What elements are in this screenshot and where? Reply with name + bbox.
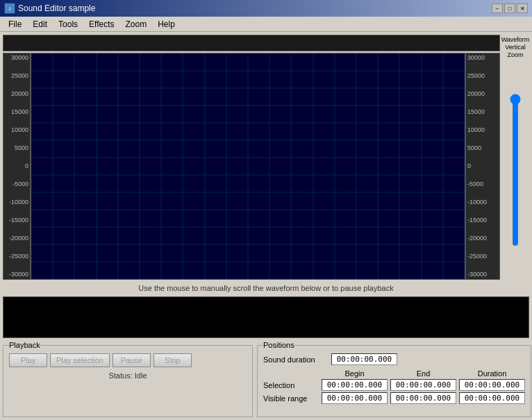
waveform-top-strip	[3, 35, 500, 51]
axis-label: 30000	[467, 55, 485, 61]
waveform-grid[interactable]	[31, 53, 465, 280]
minimize-button[interactable]: −	[492, 3, 503, 13]
sound-duration-label: Sound duration	[263, 355, 326, 364]
axis-label: 0	[467, 163, 471, 169]
mini-waveform[interactable]	[3, 296, 529, 338]
selection-end: 00:00:00.000	[390, 379, 456, 391]
window-controls: − □ ✕	[492, 3, 528, 13]
menu-zoom[interactable]: Zoom	[120, 18, 153, 31]
menu-help[interactable]: Help	[152, 18, 181, 31]
menu-bar: File Edit Tools Effects Zoom Help	[0, 17, 532, 32]
status-label: Status:	[108, 371, 132, 380]
axis-label: -25000	[9, 253, 28, 260]
axis-label: -15000	[467, 217, 487, 224]
playback-buttons: Play Play selection Pause Stop	[9, 353, 247, 367]
axis-label: -5000	[13, 181, 28, 187]
axis-label: -30000	[9, 271, 28, 278]
play-selection-button[interactable]: Play selection	[50, 353, 110, 367]
axis-label: -25000	[467, 253, 487, 260]
play-button[interactable]: Play	[9, 353, 47, 367]
axis-label: 15000	[467, 109, 485, 115]
maximize-button[interactable]: □	[504, 3, 515, 13]
menu-effects[interactable]: Effects	[83, 18, 119, 31]
vertical-zoom-panel: Waveform Vertical Zoom	[501, 35, 529, 280]
visible-range-duration: 00:00:00.000	[459, 392, 525, 404]
axis-label: 5000	[15, 145, 28, 151]
axis-label: 0	[25, 163, 28, 169]
visible-range-begin: 00:00:00.000	[322, 392, 388, 404]
sound-duration-row: Sound duration 00:00:00.000	[263, 353, 525, 365]
vertical-zoom-slider[interactable]	[510, 94, 521, 246]
axis-label: 20000	[467, 91, 485, 97]
playback-panel: Playback Play Play selection Pause Stop …	[3, 341, 253, 417]
waveform-main: 30000 25000 20000 15000 10000 5000 0 -50…	[3, 35, 500, 280]
scroll-hint: Use the mouse to manually scroll the wav…	[3, 283, 529, 294]
axis-label: -5000	[467, 181, 483, 187]
axis-label: 25000	[11, 73, 28, 79]
header-end: End	[390, 369, 456, 378]
header-spacer	[263, 369, 319, 378]
visible-range-end: 00:00:00.000	[390, 392, 456, 404]
close-button[interactable]: ✕	[517, 3, 528, 13]
menu-edit[interactable]: Edit	[27, 18, 53, 31]
axis-label: -10000	[467, 199, 487, 205]
header-duration: Duration	[459, 369, 525, 378]
positions-header: Begin End Duration	[263, 369, 525, 378]
title-bar: ♪ Sound Editor sample − □ ✕	[0, 0, 532, 17]
zoom-slider-container[interactable]	[510, 61, 521, 278]
zoom-label: Waveform Vertical Zoom	[501, 36, 530, 58]
axis-label: -20000	[9, 235, 28, 242]
app-icon: ♪	[4, 3, 15, 14]
pause-button[interactable]: Pause	[113, 353, 151, 367]
window-title: Sound Editor sample	[18, 3, 492, 13]
header-begin: Begin	[322, 369, 388, 378]
axis-label: 20000	[11, 91, 28, 97]
bottom-panels: Playback Play Play selection Pause Stop …	[3, 341, 529, 417]
axis-label: -20000	[467, 235, 487, 242]
right-axis: 30000 25000 20000 15000 10000 5000 0 -50…	[465, 53, 500, 280]
menu-tools[interactable]: Tools	[53, 18, 83, 31]
axis-label: 5000	[467, 145, 481, 151]
positions-legend: Positions	[263, 341, 294, 349]
axis-label: 10000	[11, 127, 28, 133]
visible-range-label: Visible range	[263, 394, 319, 403]
sound-duration-value: 00:00:00.000	[331, 353, 397, 365]
status-value: Idle	[135, 371, 147, 380]
axis-label: 25000	[467, 73, 485, 79]
stop-button[interactable]: Stop	[153, 353, 192, 367]
axis-label: -15000	[9, 217, 28, 224]
waveform-canvas-wrapper: 30000 25000 20000 15000 10000 5000 0 -50…	[3, 53, 500, 280]
menu-file[interactable]: File	[3, 18, 27, 31]
status-line: Status: Idle	[9, 371, 247, 380]
selection-label: Selection	[263, 381, 319, 389]
axis-label: -10000	[9, 199, 28, 205]
selection-row: Selection 00:00:00.000 00:00:00.000 00:0…	[263, 379, 525, 391]
left-axis: 30000 25000 20000 15000 10000 5000 0 -50…	[3, 53, 31, 280]
main-content: 30000 25000 20000 15000 10000 5000 0 -50…	[0, 32, 532, 420]
waveform-section: 30000 25000 20000 15000 10000 5000 0 -50…	[3, 35, 529, 280]
selection-duration: 00:00:00.000	[459, 379, 525, 391]
axis-label: 15000	[11, 109, 28, 115]
selection-begin: 00:00:00.000	[322, 379, 388, 391]
playback-legend: Playback	[9, 341, 40, 349]
axis-label: 10000	[467, 127, 485, 133]
positions-panel: Positions Sound duration 00:00:00.000 Be…	[257, 341, 531, 417]
axis-label: -30000	[467, 271, 487, 278]
axis-label: 30000	[11, 55, 28, 61]
visible-range-row: Visible range 00:00:00.000 00:00:00.000 …	[263, 392, 525, 404]
